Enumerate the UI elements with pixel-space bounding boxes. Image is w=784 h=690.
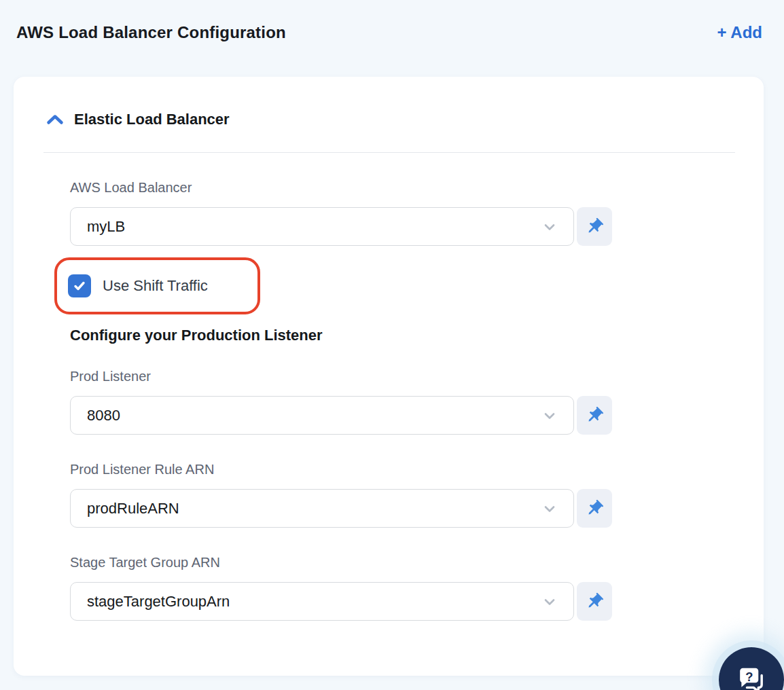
pin-button[interactable] bbox=[577, 207, 612, 246]
field-label-prod-listener-rule-arn: Prod Listener Rule ARN bbox=[70, 462, 612, 477]
divider bbox=[43, 152, 735, 153]
pin-button[interactable] bbox=[577, 396, 612, 435]
chevron-down-icon bbox=[541, 500, 558, 518]
field-row: prodRuleARN bbox=[70, 489, 612, 528]
field-label-stage-target-group-arn: Stage Target Group ARN bbox=[70, 555, 612, 570]
pushpin-icon bbox=[584, 217, 605, 237]
pin-button[interactable] bbox=[577, 489, 612, 528]
field-row: myLB bbox=[70, 207, 612, 246]
chevron-up-icon bbox=[46, 113, 64, 126]
field-label-prod-listener: Prod Listener bbox=[70, 369, 612, 384]
subheading-production-listener: Configure your Production Listener bbox=[70, 327, 612, 344]
pin-button[interactable] bbox=[577, 582, 612, 621]
chat-help-icon: ? bbox=[734, 662, 769, 690]
page-header: AWS Load Balancer Configuration + Add bbox=[0, 0, 784, 42]
chevron-down-icon bbox=[541, 407, 558, 424]
select-value: 8080 bbox=[87, 407, 120, 424]
highlight-annotation: Use Shift Traffic bbox=[54, 257, 260, 314]
use-shift-traffic-checkbox-row[interactable]: Use Shift Traffic bbox=[68, 274, 208, 297]
aws-load-balancer-select[interactable]: myLB bbox=[70, 207, 574, 246]
configuration-card: Elastic Load Balancer AWS Load Balancer … bbox=[14, 77, 764, 676]
pushpin-icon bbox=[584, 498, 605, 519]
field-label-aws-load-balancer: AWS Load Balancer bbox=[70, 180, 612, 196]
fields-container: AWS Load Balancer myLB bbox=[70, 180, 612, 621]
add-button[interactable]: + Add bbox=[717, 23, 762, 41]
field-row: stageTargetGroupArn bbox=[70, 582, 612, 621]
checkbox-label: Use Shift Traffic bbox=[103, 277, 208, 295]
page-title: AWS Load Balancer Configuration bbox=[16, 23, 286, 42]
field-row: 8080 bbox=[70, 396, 612, 435]
pushpin-icon bbox=[584, 405, 605, 426]
select-value: stageTargetGroupArn bbox=[87, 593, 230, 611]
section-title: Elastic Load Balancer bbox=[74, 111, 230, 128]
svg-text:?: ? bbox=[745, 670, 753, 684]
section-header-elastic-load-balancer[interactable]: Elastic Load Balancer bbox=[46, 111, 764, 128]
select-value: prodRuleARN bbox=[87, 500, 179, 518]
checkmark-icon bbox=[72, 278, 87, 293]
chevron-down-icon bbox=[541, 218, 558, 236]
chevron-down-icon bbox=[541, 593, 558, 611]
prod-listener-select[interactable]: 8080 bbox=[70, 396, 574, 435]
use-shift-traffic-checkbox[interactable] bbox=[68, 274, 91, 297]
select-value: myLB bbox=[87, 218, 125, 236]
stage-target-group-arn-select[interactable]: stageTargetGroupArn bbox=[70, 582, 574, 621]
prod-listener-rule-arn-select[interactable]: prodRuleARN bbox=[70, 489, 574, 528]
pushpin-icon bbox=[584, 592, 605, 612]
